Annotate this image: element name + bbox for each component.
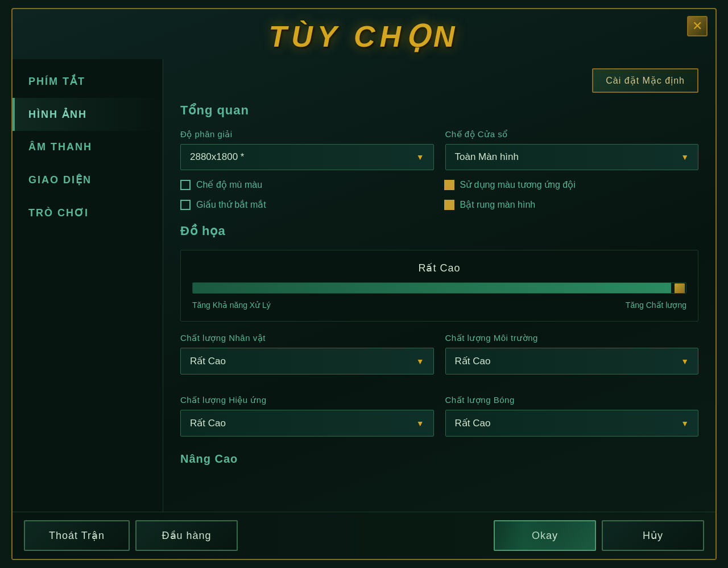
bong-label: Chất lượng Bóng <box>445 395 699 405</box>
slider-track <box>192 282 686 294</box>
main-content: Cài đặt Mặc định Tổng quan Độ phân giải … <box>163 59 715 512</box>
sidebar-item-tro-choi[interactable]: TRÒ CHƠI <box>13 196 163 229</box>
bong-dropdown[interactable]: Rất Cao ▼ <box>445 410 699 437</box>
moi-truong-label: Chất lượng Môi trường <box>445 333 699 343</box>
moi-truong-field: Chất lượng Môi trường Rất Cao ▼ <box>445 333 699 374</box>
slider-captions: Tăng Khả năng Xử Lý Tăng Chất lượng <box>192 301 686 310</box>
resolution-dropdown[interactable]: 2880x1800 * ▼ <box>180 144 434 170</box>
checkboxes-row: Chế độ mù màu Sử dụng màu tương ứng đội … <box>180 179 698 210</box>
title-bar: TÙY CHỌN ✕ <box>13 9 715 59</box>
resolution-field: Độ phân giải 2880x1800 * ▼ <box>180 129 434 170</box>
footer-left: Thoát Trận Đầu hàng <box>24 520 238 551</box>
dau-hang-button[interactable]: Đầu hàng <box>135 520 238 551</box>
nhan-vat-dropdown-arrow: ▼ <box>416 357 424 366</box>
quality-slider[interactable] <box>192 282 686 294</box>
moi-truong-dropdown[interactable]: Rất Cao ▼ <box>445 348 699 374</box>
checkbox-su-dung-mau-label: Sử dụng màu tương ứng đội <box>460 179 576 190</box>
window-mode-label: Chế độ Cửa sổ <box>445 129 699 139</box>
window-mode-field: Chế độ Cửa sổ Toàn Màn hình ▼ <box>445 129 699 170</box>
resolution-label: Độ phân giải <box>180 129 434 139</box>
hieu-ung-label: Chất lượng Hiệu ứng <box>180 395 434 405</box>
default-settings-button[interactable]: Cài đặt Mặc định <box>592 68 698 93</box>
checkbox-bat-rung-box <box>444 200 454 210</box>
okay-button[interactable]: Okay <box>494 520 596 551</box>
hieu-ung-dropdown[interactable]: Rất Cao ▼ <box>180 410 434 437</box>
slider-right-caption: Tăng Chất lượng <box>626 301 686 310</box>
checkbox-bat-rung[interactable]: Bật rung màn hình <box>444 199 699 210</box>
hieu-ung-dropdown-arrow: ▼ <box>416 419 424 428</box>
bong-field: Chất lượng Bóng Rất Cao ▼ <box>445 395 699 437</box>
modal-footer: Thoát Trận Đầu hàng Okay Hủy <box>13 512 715 559</box>
sidebar-item-am-thanh[interactable]: ÂM THANH <box>13 131 163 163</box>
hieu-ung-field: Chất lượng Hiệu ứng Rất Cao ▼ <box>180 395 434 437</box>
checkbox-bat-rung-label: Bật rung màn hình <box>460 199 536 210</box>
modal-body: PHÍM TẮT HÌNH ẢNH ÂM THANH GIAO DIỆN TRÒ… <box>13 59 715 512</box>
slider-left-caption: Tăng Khả năng Xử Lý <box>192 301 271 310</box>
close-icon: ✕ <box>692 20 702 32</box>
nhan-vat-label: Chất lượng Nhân vật <box>180 333 434 343</box>
checkbox-mu-mau-box <box>180 180 191 190</box>
checkbox-mu-mau-label: Chế độ mù màu <box>196 179 262 190</box>
nhan-vat-field: Chất lượng Nhân vật Rất Cao ▼ <box>180 333 434 374</box>
window-mode-dropdown[interactable]: Toàn Màn hình ▼ <box>445 144 699 170</box>
checkbox-giau-thu[interactable]: Giấu thứ bắt mắt <box>180 199 435 210</box>
nhan-vat-dropdown[interactable]: Rất Cao ▼ <box>180 348 434 374</box>
checkbox-su-dung-mau-box <box>444 180 454 190</box>
sidebar: PHÍM TẮT HÌNH ẢNH ÂM THANH GIAO DIỆN TRÒ… <box>13 59 163 512</box>
sidebar-item-giao-dien[interactable]: GIAO DIỆN <box>13 163 163 196</box>
tong-quan-title: Tổng quan <box>180 103 698 118</box>
slider-current-label: Rất Cao <box>192 262 686 274</box>
bong-dropdown-arrow: ▼ <box>681 419 689 428</box>
checkbox-giau-thu-label: Giấu thứ bắt mắt <box>196 199 266 210</box>
slider-fill <box>193 283 671 293</box>
footer-right: Okay Hủy <box>494 520 704 551</box>
checkbox-mu-mau[interactable]: Chế độ mù màu <box>180 179 435 190</box>
checkbox-giau-thu-box <box>180 200 191 210</box>
top-bar: Cài đặt Mặc định <box>180 68 698 93</box>
close-button[interactable]: ✕ <box>687 16 708 36</box>
modal-container: TÙY CHỌN ✕ PHÍM TẮT HÌNH ẢNH ÂM THANH GI… <box>11 8 717 560</box>
nang-cao-title: Nâng Cao <box>180 452 698 466</box>
thoat-tran-button[interactable]: Thoát Trận <box>24 520 130 551</box>
moi-truong-dropdown-arrow: ▼ <box>681 357 689 366</box>
quality-grid: Chất lượng Nhân vật Rất Cao ▼ Chất lượng… <box>180 333 698 437</box>
huy-button[interactable]: Hủy <box>602 520 704 551</box>
resolution-window-row: Độ phân giải 2880x1800 * ▼ Chế độ Cửa sổ… <box>180 129 698 170</box>
slider-thumb <box>675 283 685 294</box>
window-mode-dropdown-arrow: ▼ <box>681 153 689 162</box>
checkbox-su-dung-mau[interactable]: Sử dụng màu tương ứng đội <box>444 179 699 190</box>
do-hoa-title: Đồ họa <box>180 224 698 238</box>
sidebar-item-phim-tat[interactable]: PHÍM TẮT <box>13 65 163 98</box>
resolution-dropdown-arrow: ▼ <box>416 153 424 162</box>
graphics-section: Rất Cao Tăng Khả năng Xử Lý Tăng Chất lư… <box>180 250 698 322</box>
modal-title: TÙY CHỌN <box>268 20 459 53</box>
sidebar-item-hinh-anh[interactable]: HÌNH ẢNH <box>13 98 163 131</box>
